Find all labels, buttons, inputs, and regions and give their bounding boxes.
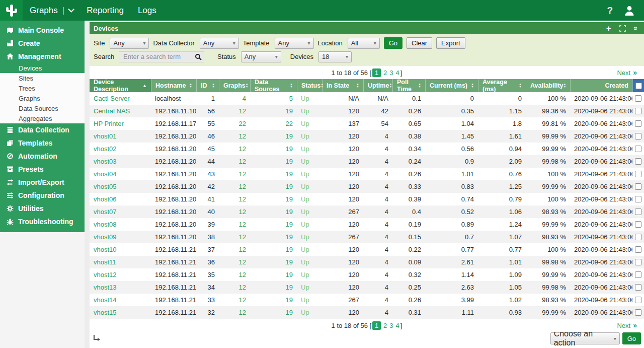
- cell-data_sources[interactable]: 19: [250, 132, 297, 140]
- sidebar-item-presets[interactable]: Presets: [0, 163, 85, 176]
- sidebar-item-troubleshooting[interactable]: Troubleshooting: [0, 215, 85, 228]
- page-link-4[interactable]: 4: [396, 69, 399, 77]
- column-header-description[interactable]: Device Description▲: [90, 79, 151, 92]
- sidebar-item-management[interactable]: Management: [0, 50, 85, 63]
- column-header-availability[interactable]: Availability▲▼: [526, 79, 570, 92]
- fullscreen-icon[interactable]: [619, 25, 626, 32]
- table-row[interactable]: vhost06192.168.11.206411219Up12040.390.7…: [90, 193, 644, 205]
- cell-data_sources[interactable]: 19: [250, 145, 297, 153]
- row-checkbox[interactable]: [635, 120, 641, 127]
- cell-data_sources[interactable]: 19: [250, 158, 297, 165]
- row-checkbox[interactable]: [635, 171, 641, 177]
- select-all-checkbox[interactable]: [635, 83, 642, 89]
- column-header-created[interactable]: Created: [570, 79, 632, 92]
- cell-data_sources[interactable]: 19: [250, 271, 297, 279]
- column-header-average[interactable]: Average (ms)▲▼: [478, 79, 526, 92]
- row-checkbox[interactable]: [635, 196, 641, 202]
- cell-data_sources[interactable]: 19: [250, 246, 297, 253]
- tab-graphs[interactable]: Graphs |: [30, 6, 72, 16]
- sidebar-item-utilities[interactable]: Utilities: [0, 202, 85, 215]
- sidebar-subitem-graphs[interactable]: Graphs: [0, 93, 85, 103]
- select-all-arrow-icon[interactable]: [93, 334, 101, 342]
- row-checkbox[interactable]: [635, 297, 641, 303]
- cell-graphs[interactable]: 12: [219, 284, 250, 291]
- clear-button[interactable]: Clear: [407, 37, 432, 49]
- sidebar-subitem-trees[interactable]: Trees: [0, 83, 85, 93]
- cell-graphs[interactable]: 12: [219, 221, 250, 228]
- row-checkbox[interactable]: [635, 208, 641, 215]
- column-header-uptime[interactable]: Uptime▲▼: [363, 79, 392, 92]
- cell-graphs[interactable]: 12: [219, 258, 250, 266]
- sort-icon[interactable]: ▲▼: [389, 83, 392, 88]
- table-row[interactable]: vhost02192.168.11.202451219Up12040.340.5…: [90, 143, 644, 155]
- sidebar-item-import-export[interactable]: Import/Export: [0, 176, 85, 189]
- cell-graphs[interactable]: 12: [219, 183, 250, 190]
- row-checkbox[interactable]: [635, 259, 641, 265]
- devices-per-page-select[interactable]: 18 ▾: [318, 51, 352, 62]
- cell-graphs[interactable]: 12: [219, 309, 250, 316]
- cell-description[interactable]: vhost01: [90, 132, 151, 140]
- row-checkbox[interactable]: [635, 133, 641, 140]
- table-row[interactable]: vhost14192.168.11.214331219Up26740.263.9…: [90, 294, 644, 306]
- add-device-icon[interactable]: +: [606, 24, 611, 33]
- cell-graphs[interactable]: 12: [219, 107, 250, 115]
- cell-graphs[interactable]: 12: [219, 246, 250, 253]
- sort-icon[interactable]: ▲▼: [212, 83, 215, 88]
- cell-graphs[interactable]: 12: [219, 145, 250, 153]
- cell-graphs[interactable]: 12: [219, 158, 250, 165]
- table-row[interactable]: vhost09192.168.11.209381219Up26740.150.7…: [90, 231, 644, 243]
- cell-graphs[interactable]: 12: [219, 233, 250, 241]
- sidebar-item-data-collection[interactable]: Data Collection: [0, 123, 85, 136]
- cell-description[interactable]: vhost02: [90, 145, 151, 153]
- sidebar-item-create[interactable]: Create: [0, 37, 85, 50]
- column-header-hostname[interactable]: Hostname▲▼: [151, 79, 196, 92]
- cell-data_sources[interactable]: 19: [250, 195, 297, 203]
- collapse-panel-icon[interactable]: »: [631, 26, 640, 30]
- table-row[interactable]: vhost01192.168.11.201461219Up12040.381.4…: [90, 130, 644, 143]
- cell-description[interactable]: vhost14: [90, 296, 151, 304]
- export-button[interactable]: Export: [436, 37, 465, 49]
- row-checkbox[interactable]: [635, 246, 641, 253]
- cell-description[interactable]: vhost15: [90, 309, 151, 316]
- column-header-graphs[interactable]: Graphs▲▼: [219, 79, 250, 92]
- go-button[interactable]: Go: [384, 37, 403, 49]
- cell-data_sources[interactable]: 19: [250, 221, 297, 228]
- cell-description[interactable]: vhost10: [90, 246, 151, 253]
- column-header-data_sources[interactable]: Data Sources▲▼: [250, 79, 297, 92]
- cell-description[interactable]: vhost11: [90, 258, 151, 266]
- template-select[interactable]: Any ▾: [275, 38, 314, 49]
- row-checkbox[interactable]: [635, 284, 641, 291]
- table-row[interactable]: vhost10192.168.11.210371219Up12040.220.7…: [90, 243, 644, 256]
- cell-description[interactable]: vhost05: [90, 183, 151, 190]
- chevron-down-icon[interactable]: [68, 6, 74, 13]
- sort-icon[interactable]: ▲▼: [519, 83, 522, 88]
- page-link-1[interactable]: 1: [372, 321, 381, 330]
- cell-description[interactable]: vhost08: [90, 221, 151, 228]
- sort-icon[interactable]: ▲▼: [418, 83, 421, 88]
- sidebar-item-main-console[interactable]: Main Console: [0, 24, 85, 37]
- table-row[interactable]: vhost03192.168.11.203441219Up12040.240.9…: [90, 155, 644, 168]
- row-checkbox[interactable]: [635, 271, 641, 278]
- next-page-link[interactable]: Next»: [617, 321, 644, 329]
- tab-reporting[interactable]: Reporting: [87, 6, 124, 16]
- sort-icon[interactable]: ▲▼: [564, 83, 567, 88]
- select-all-header-cell[interactable]: [632, 79, 644, 92]
- cell-description[interactable]: Cacti Server: [90, 95, 151, 102]
- action-select[interactable]: Choose an action ▾: [550, 332, 620, 344]
- cell-data_sources[interactable]: 19: [250, 183, 297, 190]
- column-header-id[interactable]: ID▲▼: [196, 79, 219, 92]
- cell-graphs[interactable]: 12: [219, 271, 250, 279]
- table-row[interactable]: Central NAS192.168.11.105561219Up120420.…: [90, 105, 644, 117]
- column-header-in_state[interactable]: In State▲▼: [322, 79, 363, 92]
- cell-graphs[interactable]: 22: [219, 120, 250, 127]
- sort-icon[interactable]: ▲▼: [189, 83, 192, 88]
- cell-data_sources[interactable]: 5: [250, 95, 297, 102]
- tab-logs[interactable]: Logs: [138, 6, 156, 16]
- status-select[interactable]: Any ▾: [241, 51, 281, 62]
- table-row[interactable]: vhost12192.168.11.212351219Up12040.321.1…: [90, 268, 644, 281]
- sidebar-item-configuration[interactable]: Configuration: [0, 189, 85, 202]
- search-input[interactable]: [123, 53, 195, 60]
- cell-description[interactable]: Central NAS: [90, 107, 151, 115]
- sidebar-item-automation[interactable]: Automation: [0, 150, 85, 163]
- cell-data_sources[interactable]: 19: [250, 284, 297, 291]
